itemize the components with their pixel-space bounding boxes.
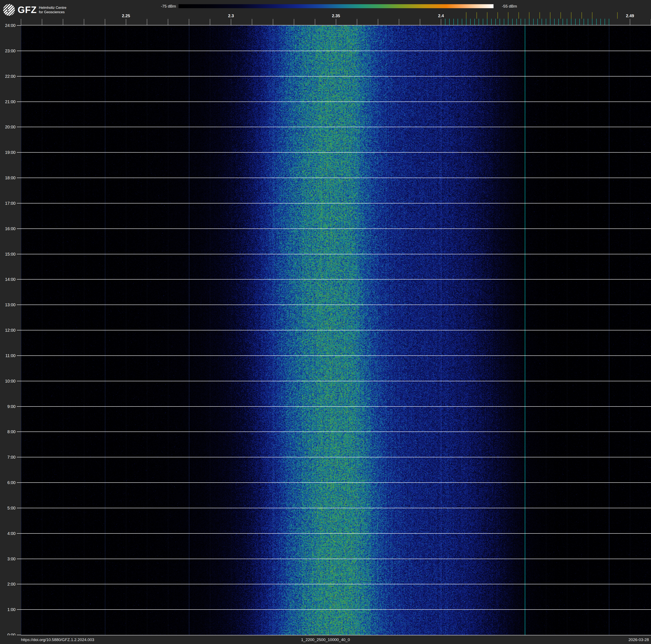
time-label: 11:00 (0, 353, 16, 358)
time-tick (17, 381, 21, 381)
logo-subtitle-line2: for Geosciences (39, 10, 65, 14)
time-tick (17, 178, 21, 178)
ble-channel-tick (495, 19, 496, 25)
time-label: 3:00 (0, 556, 16, 561)
wifi-channel-tick (582, 12, 582, 19)
ble-channel-tick (445, 19, 445, 25)
freq-tick (399, 19, 399, 25)
wifi-channel-tick (529, 12, 529, 19)
hour-gridline (21, 482, 651, 483)
wifi-channel-tick (539, 12, 540, 19)
freq-axis-label: 2.25 (117, 13, 135, 18)
ble-channel-tick (609, 19, 609, 25)
colorbar-max-label: -55 dBm (502, 4, 517, 8)
hour-gridline (21, 127, 651, 127)
time-label: 1:00 (0, 607, 16, 612)
wifi-channel-tick (476, 12, 477, 19)
time-tick (17, 229, 21, 229)
time-tick (17, 406, 21, 407)
time-label: 5:00 (0, 505, 16, 510)
logo-acronym: GFZ (18, 5, 37, 14)
freq-tick (378, 19, 378, 25)
hour-gridline (21, 508, 651, 508)
freq-tick (168, 19, 168, 25)
hour-gridline (21, 381, 651, 381)
time-tick (17, 254, 21, 254)
time-label: 19:00 (0, 150, 16, 155)
hour-gridline (21, 76, 651, 77)
freq-tick (441, 19, 441, 25)
ble-channel-tick (466, 19, 466, 25)
gfz-logo: GFZ Helmholtz Centre for Geosciences (3, 4, 66, 16)
hour-gridline (21, 406, 651, 407)
time-label: 4:00 (0, 531, 16, 536)
time-label: 20:00 (0, 124, 16, 129)
ble-channel-tick (449, 19, 450, 25)
time-tick (17, 203, 21, 203)
time-tick (17, 152, 21, 153)
freq-tick (42, 19, 42, 25)
time-tick (17, 457, 21, 457)
freq-tick (189, 19, 189, 25)
ble-channel-tick (537, 19, 538, 25)
freq-tick (357, 19, 357, 25)
freq-tick (147, 19, 147, 25)
spectrogram-page: GFZ Helmholtz Centre for Geosciences -75… (0, 0, 651, 644)
ble-channel-tick (517, 19, 517, 25)
ble-channel-tick (470, 19, 471, 25)
ble-channel-tick (525, 19, 525, 25)
time-label: 13:00 (0, 302, 16, 307)
ble-channel-tick (500, 19, 500, 25)
ble-channel-tick (508, 19, 508, 25)
freq-tick (21, 19, 21, 25)
time-tick (17, 635, 21, 635)
ble-channel-tick (458, 19, 458, 25)
hour-gridline (21, 330, 651, 330)
time-label: 22:00 (0, 74, 16, 79)
time-label: 23:00 (0, 48, 16, 53)
hour-gridline (21, 432, 651, 432)
time-label: 10:00 (0, 379, 16, 384)
time-tick (17, 76, 21, 77)
ble-channel-tick (604, 19, 605, 25)
hour-gridline (21, 203, 651, 203)
footer: https://doi.org/10.5880/GFZ.1.2.2024.003… (0, 635, 651, 644)
ble-channel-tick (596, 19, 597, 25)
time-tick (17, 279, 21, 280)
ble-channel-tick (487, 19, 488, 25)
ble-channel-tick (579, 19, 580, 25)
hour-gridline (21, 355, 651, 356)
hour-gridline (21, 584, 651, 584)
wifi-channel-tick (519, 12, 519, 19)
freq-tick (420, 19, 420, 25)
ble-channel-tick (478, 19, 479, 25)
freq-tick (273, 19, 273, 25)
freq-axis-label: 2.4 (432, 13, 451, 18)
plot-area (21, 25, 651, 635)
time-tick (17, 330, 21, 330)
hour-gridline (21, 229, 651, 229)
ble-channel-tick (541, 19, 542, 25)
freq-tick (63, 19, 63, 25)
ble-channel-tick (584, 19, 584, 25)
logo-subtitle-line1: Helmholtz Centre (39, 6, 66, 10)
wifi-channel-tick (571, 12, 571, 19)
ble-channel-tick (483, 19, 483, 25)
freq-tick (252, 19, 252, 25)
ble-channel-tick (546, 19, 546, 25)
hour-gridline (21, 559, 651, 559)
ble-channel-tick (529, 19, 529, 25)
hour-gridline (21, 279, 651, 280)
freq-tick (84, 19, 84, 25)
ble-channel-tick (533, 19, 534, 25)
header: GFZ Helmholtz Centre for Geosciences -75… (0, 0, 651, 25)
hour-gridline (21, 51, 651, 51)
ble-channel-tick (571, 19, 571, 25)
ble-channel-tick (558, 19, 559, 25)
time-tick (17, 609, 21, 610)
time-label: 16:00 (0, 226, 16, 231)
time-tick (17, 101, 21, 102)
freq-tick (294, 19, 294, 25)
ble-channel-tick (512, 19, 513, 25)
wifi-channel-tick (617, 12, 618, 19)
